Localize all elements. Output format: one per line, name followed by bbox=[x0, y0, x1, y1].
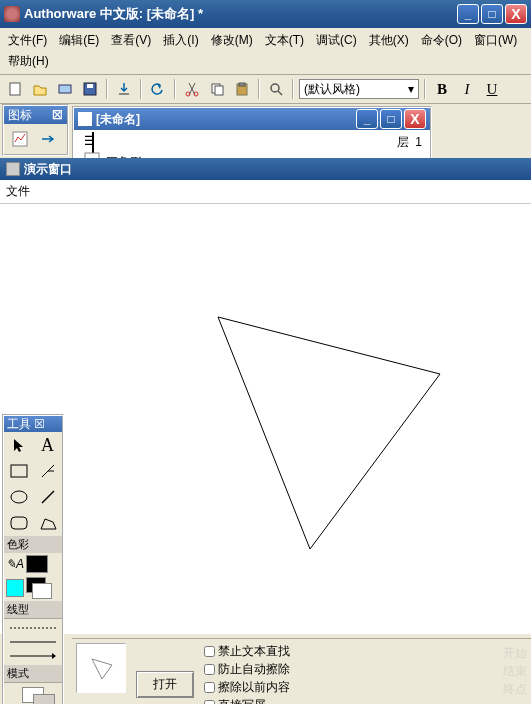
minimize-button[interactable]: _ bbox=[457, 4, 479, 24]
doc-close-button[interactable]: X bbox=[404, 109, 426, 129]
bold-button[interactable]: B bbox=[431, 78, 453, 100]
menu-file[interactable]: 文件(F) bbox=[6, 31, 49, 50]
chk-prevent-erase[interactable]: 防止自动擦除 bbox=[204, 661, 290, 678]
properties-panel: 打开 禁止文本直找 防止自动擦除 擦除以前内容 直接写屏 bbox=[72, 638, 531, 702]
chk-disable-find[interactable]: 禁止文本直找 bbox=[204, 643, 290, 660]
workspace: 图标 ☒ [未命名] _ □ X ☰ 三角形 层 1 bbox=[0, 104, 531, 704]
svg-marker-15 bbox=[218, 317, 440, 549]
line-style-dotted[interactable] bbox=[6, 621, 60, 635]
toolbar: (默认风格) ▾ B I U bbox=[0, 75, 531, 104]
svg-rect-8 bbox=[215, 86, 223, 95]
options-checklist: 禁止文本直找 防止自动擦除 擦除以前内容 直接写屏 bbox=[204, 643, 290, 698]
toolbox-title: 工具 ☒ bbox=[7, 416, 45, 433]
fill-fg-swatch[interactable] bbox=[6, 579, 24, 597]
app-titlebar: Authorware 中文版: [未命名] * _ □ X bbox=[0, 0, 531, 28]
document-titlebar[interactable]: [未命名] _ □ X bbox=[74, 108, 430, 130]
triangle-drawing bbox=[0, 204, 531, 634]
doc-minimize-button[interactable]: _ bbox=[356, 109, 378, 129]
canvas[interactable] bbox=[0, 204, 531, 634]
svg-rect-0 bbox=[10, 83, 20, 95]
ellipse-tool-icon[interactable] bbox=[4, 484, 33, 510]
toolbox: 工具 ☒ A 色彩 ✎A 线型 bbox=[2, 414, 64, 704]
icon-palette-header[interactable]: 图标 ☒ bbox=[4, 106, 67, 124]
maximize-button[interactable]: □ bbox=[481, 4, 503, 24]
svg-rect-4 bbox=[119, 93, 129, 95]
doc-maximize-button[interactable]: □ bbox=[380, 109, 402, 129]
menu-modify[interactable]: 修改(M) bbox=[209, 31, 255, 50]
fill-color-row bbox=[4, 575, 62, 601]
italic-button[interactable]: I bbox=[456, 78, 478, 100]
paste-icon[interactable] bbox=[231, 78, 253, 100]
line-style-arrow[interactable] bbox=[6, 649, 60, 663]
import-icon[interactable] bbox=[113, 78, 135, 100]
toolbar-separator bbox=[140, 79, 142, 99]
fill-bg-swatch2[interactable] bbox=[32, 583, 52, 599]
preview-box bbox=[76, 643, 126, 693]
presentation-icon bbox=[6, 162, 20, 176]
menu-insert[interactable]: 插入(I) bbox=[161, 31, 200, 50]
cut-icon[interactable] bbox=[181, 78, 203, 100]
toolbar-separator bbox=[292, 79, 294, 99]
chk-erase-previous[interactable]: 擦除以前内容 bbox=[204, 679, 290, 696]
menu-help[interactable]: 帮助(H) bbox=[6, 52, 51, 71]
open-button[interactable]: 打开 bbox=[136, 671, 194, 698]
diagonal-tool-icon[interactable] bbox=[33, 484, 62, 510]
line-style-solid[interactable] bbox=[6, 635, 60, 649]
motion-icon[interactable] bbox=[34, 126, 62, 152]
svg-rect-16 bbox=[11, 465, 27, 477]
close-button[interactable]: X bbox=[505, 4, 527, 24]
new-icon[interactable] bbox=[4, 78, 26, 100]
app-icon bbox=[4, 6, 20, 22]
undo-icon[interactable] bbox=[147, 78, 169, 100]
underline-button[interactable]: U bbox=[481, 78, 503, 100]
roundrect-tool-icon[interactable] bbox=[4, 510, 33, 536]
menu-command[interactable]: 命令(O) bbox=[419, 31, 464, 50]
presentation-menu-file[interactable]: 文件 bbox=[6, 184, 30, 198]
chk-direct-screen[interactable]: 直接写屏 bbox=[204, 697, 290, 704]
pointer-tool-icon[interactable] bbox=[4, 432, 33, 458]
toolbox-header[interactable]: 工具 ☒ bbox=[4, 416, 62, 432]
color-section-label: 色彩 bbox=[4, 536, 62, 553]
toolbar-separator bbox=[424, 79, 426, 99]
window-buttons: _ □ X bbox=[457, 4, 527, 24]
copy-icon[interactable] bbox=[206, 78, 228, 100]
polygon-tool-icon[interactable] bbox=[33, 510, 62, 536]
pen-color-swatch[interactable] bbox=[26, 555, 48, 573]
layer-indicator: 层 1 bbox=[397, 134, 422, 151]
faded-labels: 开始 结束 终点 bbox=[503, 644, 527, 698]
text-tool-icon[interactable]: A bbox=[33, 432, 62, 458]
svg-marker-25 bbox=[92, 659, 112, 679]
settings-icon[interactable] bbox=[54, 78, 76, 100]
style-dropdown[interactable]: (默认风格) ▾ bbox=[299, 79, 419, 99]
svg-point-19 bbox=[11, 491, 27, 503]
faded-l1: 开始 bbox=[503, 644, 527, 662]
menu-edit[interactable]: 编辑(E) bbox=[57, 31, 101, 50]
open-icon[interactable] bbox=[29, 78, 51, 100]
presentation-titlebar[interactable]: 演示窗口 bbox=[0, 158, 531, 180]
menu-text[interactable]: 文本(T) bbox=[263, 31, 306, 50]
svg-rect-21 bbox=[11, 517, 27, 529]
menu-other[interactable]: 其他(X) bbox=[367, 31, 411, 50]
toolbar-separator bbox=[174, 79, 176, 99]
faded-l3: 终点 bbox=[503, 680, 527, 698]
find-icon[interactable] bbox=[265, 78, 287, 100]
presentation-window: 演示窗口 文件 bbox=[0, 158, 531, 634]
toolbar-separator bbox=[106, 79, 108, 99]
faded-l2: 结束 bbox=[503, 662, 527, 680]
menu-view[interactable]: 查看(V) bbox=[109, 31, 153, 50]
menu-window[interactable]: 窗口(W) bbox=[472, 31, 519, 50]
document-title: [未命名] bbox=[96, 111, 356, 128]
svg-rect-3 bbox=[87, 84, 93, 88]
display-icon[interactable] bbox=[6, 126, 34, 152]
rect-tool-icon[interactable] bbox=[4, 458, 33, 484]
icon-palette-close-icon[interactable]: ☒ bbox=[52, 108, 63, 122]
style-selected: (默认风格) bbox=[304, 81, 360, 98]
menu-debug[interactable]: 调试(C) bbox=[314, 31, 359, 50]
svg-rect-1 bbox=[59, 85, 71, 93]
mode-swatch[interactable] bbox=[22, 687, 44, 703]
flow-start-icon: ☰ bbox=[84, 134, 95, 148]
toolbar-separator bbox=[258, 79, 260, 99]
document-icon bbox=[78, 112, 92, 126]
line-tool-icon[interactable] bbox=[33, 458, 62, 484]
save-icon[interactable] bbox=[79, 78, 101, 100]
